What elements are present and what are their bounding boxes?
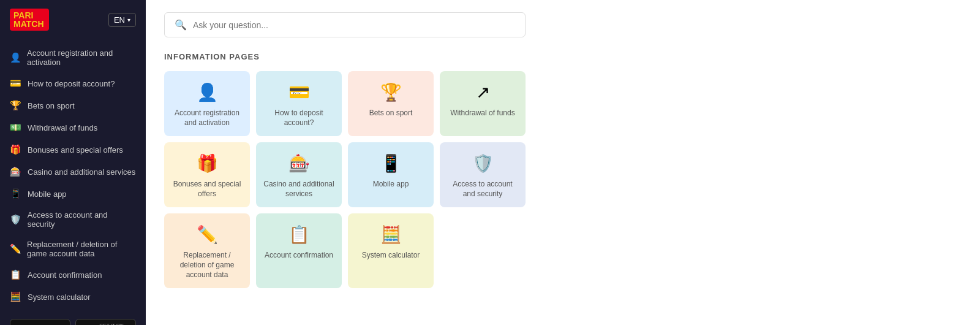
card-bonuses[interactable]: 🎁 Bonuses and special offers (164, 142, 250, 207)
app-store-button[interactable]: 🍎 Download on the App Store (10, 319, 70, 325)
nav-label-access-security: Access to account and security (28, 210, 136, 229)
card-label-account-reg: Account registration and activation (172, 109, 243, 128)
card-label-access-security: Access to account and security (447, 180, 518, 199)
sidebar: PARI MATCH EN ▾ 👤 Account registration a… (0, 0, 146, 325)
sidebar-item-account-confirm[interactable]: 📋 Account confirmation (0, 264, 146, 286)
google-play-button[interactable]: ▶ GET IT ON Google Play (75, 319, 136, 325)
card-label-casino: Casino and additional services (263, 180, 334, 199)
nav-label-deposit: How to deposit account? (28, 79, 115, 88)
language-selector[interactable]: EN ▾ (108, 13, 136, 27)
logo-line2: MATCH (13, 20, 44, 28)
search-icon: 🔍 (175, 19, 187, 31)
nav-label-account-confirm: Account confirmation (28, 270, 102, 280)
card-replacement[interactable]: ✏️ Replacement / deletion of game accoun… (164, 213, 250, 288)
logo-line1: PARI (13, 11, 44, 20)
card-account-confirm[interactable]: 📋 Account confirmation (256, 213, 342, 288)
nav-icon-account-reg: 👤 (10, 52, 21, 63)
nav-icon-replacement: ✏️ (10, 243, 21, 254)
card-access-security[interactable]: 🛡️ Access to account and security (440, 142, 526, 207)
card-label-replacement: Replacement / deletion of game account d… (172, 251, 243, 280)
sidebar-item-replacement[interactable]: ✏️ Replacement / deletion of game accoun… (0, 234, 146, 264)
nav-label-withdrawal: Withdrawal of funds (28, 123, 97, 132)
nav-icon-deposit: 💳 (10, 78, 21, 89)
chevron-down-icon: ▾ (127, 17, 130, 23)
sidebar-item-deposit[interactable]: 💳 How to deposit account? (0, 72, 146, 94)
nav-icon-account-confirm: 📋 (10, 269, 21, 280)
card-icon-mobile-app: 📱 (380, 153, 402, 174)
card-bets-sport[interactable]: 🏆 Bets on sport (348, 71, 434, 136)
card-icon-access-security: 🛡️ (472, 153, 494, 174)
nav-icon-mobile-app: 📱 (10, 188, 21, 199)
nav-label-casino: Casino and additional services (28, 167, 135, 177)
card-label-deposit: How to deposit account? (263, 109, 334, 128)
lang-label: EN (114, 15, 125, 25)
sidebar-item-mobile-app[interactable]: 📱 Mobile app (0, 183, 146, 205)
card-icon-withdrawal: ↗ (476, 82, 490, 102)
sidebar-item-bonuses[interactable]: 🎁 Bonuses and special offers (0, 139, 146, 161)
sidebar-item-account-reg[interactable]: 👤 Account registration and activation (0, 43, 146, 72)
sidebar-header: PARI MATCH EN ▾ (0, 0, 146, 39)
section-title: INFORMATION PAGES (164, 52, 962, 61)
search-input[interactable] (193, 20, 515, 30)
card-casino[interactable]: 🎰 Casino and additional services (256, 142, 342, 207)
card-icon-bets-sport: 🏆 (380, 82, 402, 102)
sidebar-item-casino[interactable]: 🎰 Casino and additional services (0, 161, 146, 183)
card-deposit[interactable]: 💳 How to deposit account? (256, 71, 342, 136)
card-icon-replacement: ✏️ (197, 224, 218, 245)
nav-icon-bonuses: 🎁 (10, 144, 21, 155)
card-label-withdrawal: Withdrawal of funds (450, 109, 514, 118)
nav-icon-withdrawal: 💵 (10, 122, 21, 133)
info-cards-grid: 👤 Account registration and activation 💳 … (164, 71, 526, 288)
card-account-reg[interactable]: 👤 Account registration and activation (164, 71, 250, 136)
nav-icon-access-security: 🛡️ (10, 214, 21, 225)
card-label-system-calc: System calculator (362, 251, 420, 261)
card-label-bets-sport: Bets on sport (369, 109, 413, 118)
logo: PARI MATCH (10, 9, 49, 31)
card-icon-account-confirm: 📋 (288, 224, 310, 245)
sidebar-footer: 🍎 Download on the App Store ▶ GET IT ON … (0, 312, 146, 325)
main-content: 🔍 INFORMATION PAGES 👤 Account registrati… (146, 0, 980, 325)
search-bar[interactable]: 🔍 (164, 12, 526, 37)
card-icon-system-calc: 🧮 (380, 224, 402, 245)
sidebar-item-bets-sport[interactable]: 🏆 Bets on sport (0, 94, 146, 117)
card-icon-deposit: 💳 (288, 82, 310, 102)
sidebar-item-system-calc[interactable]: 🧮 System calculator (0, 286, 146, 308)
card-label-mobile-app: Mobile app (373, 180, 409, 189)
card-icon-bonuses: 🎁 (197, 153, 218, 174)
nav-label-account-reg: Account registration and activation (27, 48, 136, 67)
nav-label-mobile-app: Mobile app (28, 189, 67, 199)
nav-label-replacement: Replacement / deletion of game account d… (27, 240, 136, 258)
card-label-bonuses: Bonuses and special offers (172, 180, 243, 199)
google-play-sub: GET IT ON (92, 323, 130, 325)
card-withdrawal[interactable]: ↗ Withdrawal of funds (440, 71, 526, 136)
sidebar-item-access-security[interactable]: 🛡️ Access to account and security (0, 205, 146, 234)
card-mobile-app[interactable]: 📱 Mobile app (348, 142, 434, 207)
nav-label-system-calc: System calculator (28, 292, 91, 302)
nav-icon-casino: 🎰 (10, 166, 21, 177)
card-icon-casino: 🎰 (288, 153, 310, 174)
nav-icon-bets-sport: 🏆 (10, 100, 21, 111)
card-label-account-confirm: Account confirmation (265, 251, 333, 261)
card-icon-account-reg: 👤 (197, 82, 218, 102)
nav-icon-system-calc: 🧮 (10, 291, 21, 302)
card-system-calc[interactable]: 🧮 System calculator (348, 213, 434, 288)
nav-label-bets-sport: Bets on sport (28, 101, 75, 110)
sidebar-item-withdrawal[interactable]: 💵 Withdrawal of funds (0, 117, 146, 139)
nav-label-bonuses: Bonuses and special offers (28, 145, 123, 155)
sidebar-navigation: 👤 Account registration and activation 💳 … (0, 39, 146, 312)
